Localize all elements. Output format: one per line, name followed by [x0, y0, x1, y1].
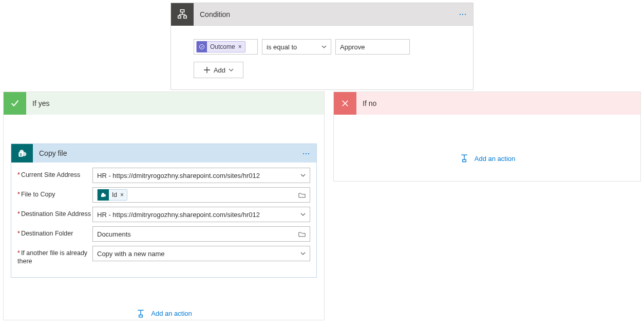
file-to-copy-label: *File to Copy	[17, 187, 92, 198]
sharepoint-small-icon	[98, 189, 109, 201]
copy-file-header[interactable]: S Copy file ···	[11, 144, 316, 162]
sharepoint-icon: S	[11, 144, 33, 162]
chevron-down-icon	[300, 212, 306, 217]
outcome-token-remove[interactable]: ×	[238, 43, 245, 50]
current-site-value: HR - https://dmitryrogozhny.sharepoint.c…	[97, 172, 260, 179]
svg-rect-12	[462, 160, 466, 162]
id-token-label: Id	[109, 191, 120, 198]
dest-site-row: *Destination Site Address HR - https://d…	[17, 207, 310, 222]
svg-point-3	[200, 45, 204, 49]
outcome-token[interactable]: Outcome ×	[196, 41, 245, 52]
condition-menu-button[interactable]: ···	[452, 9, 473, 20]
close-icon	[334, 92, 356, 115]
add-action-button-no[interactable]: Add an action	[334, 153, 640, 164]
checkmark-icon	[4, 92, 26, 115]
if-no-branch: If no Add an action	[333, 92, 641, 182]
condition-icon	[171, 3, 194, 26]
chevron-down-icon	[229, 67, 234, 73]
condition-value-input[interactable]: Approve	[335, 39, 410, 55]
current-site-label: *Current Site Address	[17, 168, 92, 179]
chevron-down-icon	[300, 251, 306, 256]
svg-rect-1	[178, 15, 181, 18]
svg-text:S: S	[20, 153, 22, 156]
condition-body: Outcome × is equal to Approve Add	[171, 26, 473, 89]
if-no-title: If no	[356, 99, 376, 107]
add-action-button-yes[interactable]: Add an action	[4, 309, 324, 319]
add-action-icon	[136, 309, 146, 319]
approval-icon	[197, 41, 207, 52]
current-site-select[interactable]: HR - https://dmitryrogozhny.sharepoint.c…	[92, 168, 310, 183]
condition-expression-row: Outcome × is equal to Approve	[194, 39, 450, 55]
if-yes-header[interactable]: If yes	[4, 92, 324, 115]
dest-folder-value: Documents	[97, 230, 131, 238]
dest-folder-label: *Destination Folder	[17, 226, 92, 238]
condition-add-label: Add	[214, 66, 225, 74]
dest-folder-row: *Destination Folder Documents	[17, 226, 310, 242]
svg-rect-0	[180, 9, 184, 12]
file-to-copy-input[interactable]: Id ×	[92, 187, 310, 203]
svg-rect-11	[139, 315, 143, 317]
dest-site-value: HR - https://dmitryrogozhny.sharepoint.c…	[97, 211, 260, 219]
condition-card: Condition ··· Outcome × is equal to Appr…	[171, 3, 473, 90]
condition-value-text: Approve	[340, 43, 365, 51]
add-action-label-no: Add an action	[475, 155, 516, 162]
condition-left-operand[interactable]: Outcome ×	[194, 39, 258, 55]
add-action-icon	[459, 153, 469, 164]
copy-file-menu-button[interactable]: ···	[296, 148, 316, 159]
if-yes-branch: If yes S Copy file ··· *Current Site Add…	[3, 92, 325, 320]
copy-file-body: *Current Site Address HR - https://dmitr…	[11, 162, 316, 277]
overwrite-row: *If another file is already there Copy w…	[17, 246, 310, 266]
condition-title: Condition	[194, 10, 452, 19]
folder-icon[interactable]	[298, 231, 306, 237]
outcome-token-label: Outcome	[207, 43, 238, 50]
if-yes-title: If yes	[26, 99, 49, 107]
overwrite-value: Copy with a new name	[97, 250, 165, 258]
add-action-label-yes: Add an action	[151, 310, 192, 317]
svg-rect-2	[184, 15, 187, 18]
condition-header[interactable]: Condition ···	[171, 3, 473, 26]
dest-site-label: *Destination Site Address	[17, 207, 92, 218]
chevron-down-icon	[300, 173, 306, 178]
copy-file-action: S Copy file ··· *Current Site Address HR…	[11, 143, 317, 278]
condition-operator-value: is equal to	[267, 43, 297, 51]
overwrite-select[interactable]: Copy with a new name	[92, 246, 310, 261]
file-to-copy-row: *File to Copy Id ×	[17, 187, 310, 203]
overwrite-label: *If another file is already there	[17, 246, 92, 266]
id-token[interactable]: Id ×	[97, 189, 127, 201]
copy-file-title: Copy file	[33, 149, 296, 157]
dest-folder-input[interactable]: Documents	[92, 226, 310, 242]
folder-icon[interactable]	[298, 192, 306, 198]
condition-add-button[interactable]: Add	[194, 62, 243, 78]
svg-rect-10	[101, 194, 104, 197]
id-token-remove[interactable]: ×	[120, 191, 127, 198]
current-site-row: *Current Site Address HR - https://dmitr…	[17, 168, 310, 183]
chevron-down-icon	[321, 44, 327, 49]
dest-site-select[interactable]: HR - https://dmitryrogozhny.sharepoint.c…	[92, 207, 310, 222]
condition-operator-select[interactable]: is equal to	[262, 39, 331, 55]
if-no-header[interactable]: If no	[334, 92, 640, 115]
plus-icon	[203, 66, 211, 74]
